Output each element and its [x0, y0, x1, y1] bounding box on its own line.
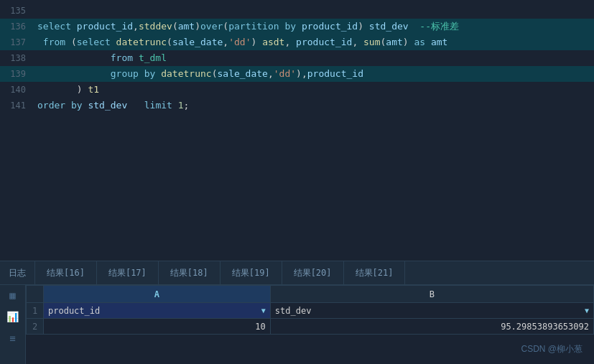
results-sidebar: ▦ 📊 ≡ — [0, 285, 26, 364]
std-dev-header[interactable]: std_dev ▼ — [270, 303, 593, 319]
watermark: CSDN @柳小葱 — [521, 343, 583, 355]
code-line-135: 135 — [0, 3, 594, 19]
line-content: group by datetrunc(sale_date,'dd'),produ… — [34, 66, 594, 82]
line-number: 137 — [0, 34, 34, 50]
code-line-138: 138 from t_dml — [0, 50, 594, 66]
results-table-container: A B 1 product_id ▼ std_dev ▼ — [26, 285, 594, 364]
column-b-header[interactable]: B — [270, 286, 593, 303]
line-number: 138 — [0, 50, 34, 66]
line-content: order by std_dev limit 1; — [34, 98, 594, 113]
code-line-139: 139 group by datetrunc(sale_date,'dd'),p… — [0, 66, 594, 82]
line-content: from (select datetrunc(sale_date,'dd') a… — [34, 34, 594, 50]
row-num-header: 1 — [27, 303, 44, 319]
tab-result-18[interactable]: 结果[18] — [159, 261, 221, 284]
code-editor: 135 136 select product_id,stddev(amt)ove… — [0, 0, 594, 261]
tab-result-20[interactable]: 结果[20] — [282, 261, 344, 284]
std-dev-value: 95.29853893653092 — [270, 319, 593, 335]
table-icon[interactable]: ▦ — [9, 289, 15, 301]
tab-result-16[interactable]: 结果[16] — [35, 261, 97, 284]
table-header-row: A B — [27, 286, 594, 303]
empty-editor-space — [0, 113, 594, 261]
col-a-dropdown[interactable]: ▼ — [261, 307, 266, 314]
tab-result-17[interactable]: 结果[17] — [97, 261, 159, 284]
row-number-2: 2 — [27, 319, 44, 335]
line-content: ) t1 — [34, 82, 594, 98]
tab-result-21[interactable]: 结果[21] — [344, 261, 406, 284]
code-line-141: 141 order by std_dev limit 1; — [0, 98, 594, 113]
code-line-137: 137 from (select datetrunc(sale_date,'dd… — [0, 34, 594, 50]
product-id-header[interactable]: product_id ▼ — [44, 303, 271, 319]
line-content: from t_dml — [34, 50, 594, 66]
line-number: 135 — [0, 3, 34, 19]
tab-result-19[interactable]: 结果[19] — [221, 261, 282, 284]
tab-log[interactable]: 日志 — [0, 261, 35, 284]
line-number: 140 — [0, 82, 34, 98]
line-content: select product_id,stddev(amt)over(partit… — [34, 19, 594, 34]
results-area: ▦ 📊 ≡ A B 1 product_id ▼ — [0, 285, 594, 364]
table-subheader-row: 1 product_id ▼ std_dev ▼ — [27, 303, 594, 319]
chart-icon[interactable]: 📊 — [6, 311, 19, 322]
column-a-header[interactable]: A — [44, 286, 271, 303]
line-number: 139 — [0, 66, 34, 82]
line-number: 141 — [0, 98, 34, 113]
code-line-140: 140 ) t1 — [0, 82, 594, 98]
code-line-136: 136 select product_id,stddev(amt)over(pa… — [0, 19, 594, 34]
results-table: A B 1 product_id ▼ std_dev ▼ — [26, 285, 594, 335]
corner-header — [27, 286, 44, 303]
tabs-bar: 日志 结果[16] 结果[17] 结果[18] 结果[19] 结果[20] 结果… — [0, 261, 594, 285]
product-id-value: 10 — [44, 319, 271, 335]
table-row: 2 10 95.29853893653092 — [27, 319, 594, 335]
line-number: 136 — [0, 19, 34, 34]
filter-icon[interactable]: ≡ — [9, 332, 15, 344]
col-b-dropdown[interactable]: ▼ — [585, 307, 589, 314]
